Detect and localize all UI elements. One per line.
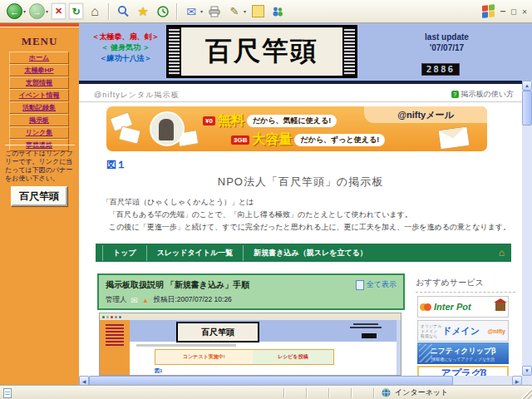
sidebar-menu: ホーム 太極拳HP 支部情報 イベント情報 活動記録集 掲示板 リンク集 事務連… — [9, 52, 69, 151]
mini-calligraphy-banner: 百尺竿頭 — [176, 322, 259, 342]
minimize-button[interactable]: – — [500, 7, 505, 16]
sidebar-item-links[interactable]: リンク集 — [9, 126, 69, 139]
ad-line1-text: だから、気軽に使える! — [247, 115, 337, 127]
mini-figure-label: 図1 — [155, 367, 397, 375]
browser-window: ←▾ →▾ ✕ ↻ ⌂ ★ ✉▾ ✎▾ – □ ✕ MENU ホーム 太極拳HP — [0, 0, 532, 399]
sidebar-item-branch-info[interactable]: 支部情報 — [9, 76, 69, 89]
document-icon — [3, 388, 12, 398]
show-all-link[interactable]: 全て表示 — [356, 279, 397, 290]
scrollbar-corner — [522, 376, 532, 386]
clip-banner-sub: 情報通になってアクティブな生活 — [431, 357, 495, 362]
nav-home-icon[interactable]: ⌂ — [499, 247, 505, 259]
partial-service-banner[interactable]: アプラグβ — [417, 366, 509, 376]
mini-scrollbar — [397, 320, 401, 376]
main-content-frame: @niftyレンタル掲示板 ? 掲示板の使い方 ¥0 無料 だから、気軽に使える… — [79, 81, 522, 376]
author-mail-icon[interactable]: ✉ — [131, 296, 138, 305]
edit-button[interactable]: ✎▾ — [225, 2, 247, 22]
nav-new-post[interactable]: 新規書き込み（親スレを立てる） — [243, 245, 377, 261]
mini-toolbar — [100, 313, 401, 320]
horizontal-scroll-thumb[interactable] — [89, 376, 453, 386]
zone-label: インターネット — [395, 387, 448, 398]
post-date: 投稿日:2007/07/22 10:26 — [154, 295, 232, 305]
interpot-logo-text: Inter Pot — [434, 302, 471, 312]
maximize-button[interactable]: □ — [511, 7, 516, 16]
last-update: last update '07/07/17 — [395, 32, 499, 53]
help-icon: ? — [451, 91, 459, 98]
banner-scroll-edge — [344, 27, 355, 76]
description-line: 「百尺もある竿の先端」のことで、「向上し得る極致」のたとえとして使われています。 — [109, 209, 412, 220]
history-button[interactable] — [154, 2, 172, 22]
mini-ad-banner: コンテスト実施中! レシピを投稿 — [155, 349, 334, 365]
instruction-screenshot-figure: 百尺竿頭 コンテスト実施中! レシピを投稿 図1 NPO法人「百尺竿頭」の掲示板 — [99, 313, 401, 376]
mini-ad-left-text: コンテスト実施中! — [155, 350, 253, 364]
search-icon — [115, 3, 131, 20]
favorites-star-icon: ★ — [135, 3, 151, 20]
description-line: 「百尺竿頭（ひゃくしゃくかんとう）」とは — [102, 197, 254, 208]
scroll-left-arrow[interactable]: ◀ — [79, 376, 89, 386]
stop-button[interactable]: ✕ — [51, 2, 66, 22]
close-button[interactable]: ✕ — [522, 7, 527, 16]
post-meta-row: 管理人 ✉ ▲ 投稿日:2007/07/22 10:26 — [106, 295, 232, 305]
flower-icon — [424, 303, 431, 311]
nifty-mail-ad-banner[interactable]: ¥0 無料 だから、気軽に使える! 3GB 大容量 だから、ずっと使える! @n… — [106, 106, 487, 151]
scroll-right-arrow[interactable]: ▶ — [512, 376, 522, 386]
status-bar: インターネット — [0, 386, 532, 399]
vertical-scroll-thumb[interactable] — [522, 91, 532, 126]
toolbar-separator — [108, 3, 110, 20]
sidebar-item-home[interactable]: ホーム — [9, 52, 69, 64]
forward-button[interactable]: →▾ — [28, 2, 49, 22]
back-button[interactable]: ←▾ — [6, 2, 27, 22]
envelope-icon — [118, 126, 140, 144]
search-button[interactable] — [114, 2, 132, 22]
page-title: NPO法人「百尺竿頭」の掲示板 — [79, 175, 522, 190]
sidebar-top-strip — [0, 23, 79, 27]
discuss-button[interactable] — [249, 2, 267, 22]
scroll-up-arrow[interactable]: ▲ — [522, 81, 532, 91]
ad-capacity-text: 大容量 — [252, 131, 292, 149]
site-banner-button[interactable]: 百尺竿頭 — [11, 186, 67, 206]
horizontal-scrollbar[interactable]: ◀ ▶ — [79, 376, 522, 386]
board-nav-bar: トップ スレッドタイトル一覧 新規書き込み（親スレを立てる） ⌂ — [96, 244, 511, 262]
banner-scroll-edge — [169, 27, 180, 76]
refresh-button[interactable]: ↻ — [68, 2, 84, 22]
link-free-note: このサイトはリンクフリーです。リンクに当たっては下図のバナーをお使い下さい。 — [5, 145, 75, 183]
clip-banner-main: ニフティクリップβ — [430, 346, 495, 357]
nav-top[interactable]: トップ — [102, 245, 146, 261]
vertical-scrollbar[interactable]: ▲ ▼ — [522, 81, 532, 376]
nifty-mail-brand: @niftyメール — [397, 109, 453, 121]
sidebar-item-activity-records[interactable]: 活動記録集 — [9, 101, 69, 114]
sidebar-item-bbs[interactable]: 掲示板 — [9, 114, 69, 126]
partial-banner-text: アプラグβ — [440, 367, 487, 376]
ad-badge-zero-yen: ¥0 — [203, 116, 215, 126]
domain-nifty-banner[interactable]: オリジナル ドメイン 取得なら ドメイン @nifty — [417, 320, 509, 342]
print-button[interactable] — [205, 2, 224, 22]
ad-photo — [150, 111, 185, 146]
author-home-icon[interactable]: ▲ — [142, 297, 149, 304]
menu-title: MENU — [0, 35, 79, 48]
home-button[interactable]: ⌂ — [86, 2, 104, 22]
sidebar-item-event-info[interactable]: イベント情報 — [9, 89, 69, 101]
mail-dropdown-icon[interactable]: ▾ — [200, 8, 203, 14]
interpot-banner[interactable]: Inter Pot — [417, 296, 509, 318]
mail-button[interactable]: ✉▾ — [182, 2, 204, 22]
ad-free-text: 無料 — [218, 112, 244, 130]
domain-banner-brand: @nifty — [487, 328, 505, 334]
nav-thread-list[interactable]: スレッドタイトル一覧 — [146, 245, 244, 261]
notes-icon — [249, 3, 266, 20]
sidebar-item-taichi-hp[interactable]: 太極拳HP — [9, 64, 69, 76]
scroll-down-arrow[interactable]: ▼ — [522, 366, 532, 376]
security-zone: インターネット — [375, 387, 519, 398]
tagline-taichi: ＜太極拳、扇、剣＞ — [84, 32, 167, 42]
resize-grip[interactable] — [520, 387, 532, 399]
forward-dropdown-icon[interactable]: ▾ — [46, 8, 48, 14]
back-dropdown-icon[interactable]: ▾ — [23, 8, 26, 14]
board-help-link[interactable]: ? 掲示板の使い方 — [451, 89, 514, 100]
nifty-clip-banner[interactable]: ニフティクリップβ 情報通になってアクティブな生活 — [417, 342, 509, 364]
favorites-button[interactable]: ★ — [134, 2, 152, 22]
mini-board-bar — [136, 344, 236, 347]
messenger-button[interactable] — [268, 2, 287, 22]
messenger-icon — [269, 3, 286, 20]
edit-dropdown-icon[interactable]: ▾ — [244, 8, 246, 14]
stop-icon: ✕ — [52, 3, 66, 19]
board-service-bar: @niftyレンタル掲示板 ? 掲示板の使い方 — [79, 84, 522, 102]
